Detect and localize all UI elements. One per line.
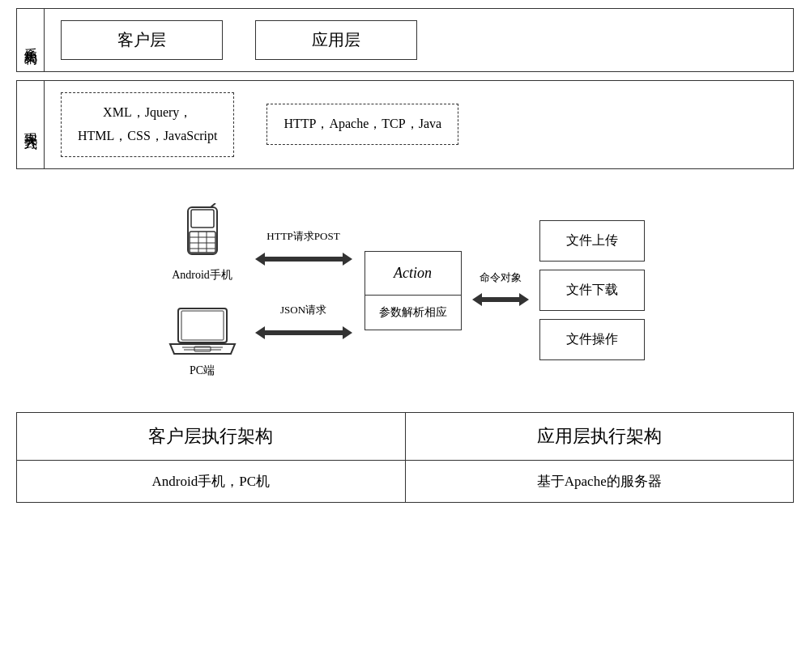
pc-label: PC端 bbox=[190, 364, 215, 378]
system-arch-label: 系统架构 bbox=[17, 9, 45, 71]
pc-device: PC端 bbox=[166, 307, 239, 378]
arrows-column: HTTP请求POST JSON请求 bbox=[255, 229, 352, 344]
app-exec-title: 应用层执行架构 bbox=[406, 413, 794, 461]
right-boxes: 文件上传 文件下载 文件操作 bbox=[539, 220, 645, 360]
app-layer-box: 应用层 bbox=[255, 20, 417, 60]
action-box: Action 参数解析相应 bbox=[364, 251, 462, 330]
svg-rect-2 bbox=[191, 210, 214, 228]
client-exec-content: Android手机，PC机 bbox=[17, 461, 405, 502]
devices-column: Android手机 bbox=[166, 203, 239, 378]
app-exec-content: 基于Apache的服务器 bbox=[406, 461, 794, 502]
android-label: Android手机 bbox=[172, 268, 232, 283]
action-label: Action bbox=[365, 252, 461, 296]
laptop-icon bbox=[166, 307, 239, 364]
diagram-section: Android手机 bbox=[16, 177, 794, 404]
svg-rect-11 bbox=[181, 311, 224, 340]
svg-rect-22 bbox=[480, 297, 521, 302]
ops-box: 文件操作 bbox=[539, 319, 645, 360]
system-arch-row: 系统架构 客户层 应用层 bbox=[16, 8, 794, 72]
json-arrow-label: JSON请求 bbox=[280, 303, 326, 317]
svg-rect-16 bbox=[263, 257, 344, 262]
phone-icon bbox=[173, 203, 230, 268]
json-double-arrow bbox=[255, 321, 352, 344]
json-arrow-row: JSON请求 bbox=[255, 303, 352, 344]
impl-method-row: 实现方式 XML，Jquery，HTML，CSS，JavaScript HTTP… bbox=[16, 80, 794, 169]
svg-rect-0 bbox=[188, 207, 217, 254]
bottom-table: 客户层执行架构 Android手机，PC机 应用层执行架构 基于Apache的服… bbox=[16, 412, 794, 503]
svg-marker-17 bbox=[343, 253, 352, 266]
cmd-double-arrow bbox=[472, 288, 529, 311]
svg-marker-20 bbox=[343, 326, 352, 339]
svg-rect-19 bbox=[263, 330, 344, 335]
client-exec-section: 客户层执行架构 Android手机，PC机 bbox=[17, 413, 406, 502]
client-impl-box: XML，Jquery，HTML，CSS，JavaScript bbox=[61, 92, 234, 157]
svg-rect-10 bbox=[178, 308, 227, 342]
http-arrow-row: HTTP请求POST bbox=[255, 229, 352, 270]
param-label: 参数解析相应 bbox=[365, 296, 461, 330]
upload-box: 文件上传 bbox=[539, 220, 645, 262]
app-exec-section: 应用层执行架构 基于Apache的服务器 bbox=[406, 413, 794, 502]
impl-method-content: XML，Jquery，HTML，CSS，JavaScript HTTP，Apac… bbox=[45, 81, 793, 168]
android-device: Android手机 bbox=[172, 203, 232, 283]
http-arrow-label: HTTP请求POST bbox=[266, 229, 339, 244]
http-double-arrow bbox=[255, 248, 352, 270]
cmd-arrow-section: 命令对象 bbox=[472, 270, 529, 311]
client-layer-box: 客户层 bbox=[61, 20, 223, 60]
impl-method-label: 实现方式 bbox=[17, 81, 45, 168]
cmd-arrow-label: 命令对象 bbox=[480, 270, 522, 285]
svg-rect-1 bbox=[190, 232, 215, 253]
svg-marker-23 bbox=[519, 293, 529, 306]
client-exec-title: 客户层执行架构 bbox=[17, 413, 405, 461]
download-box: 文件下载 bbox=[539, 270, 645, 311]
system-arch-content: 客户层 应用层 bbox=[45, 9, 793, 71]
app-impl-box: HTTP，Apache，TCP，Java bbox=[266, 104, 458, 145]
